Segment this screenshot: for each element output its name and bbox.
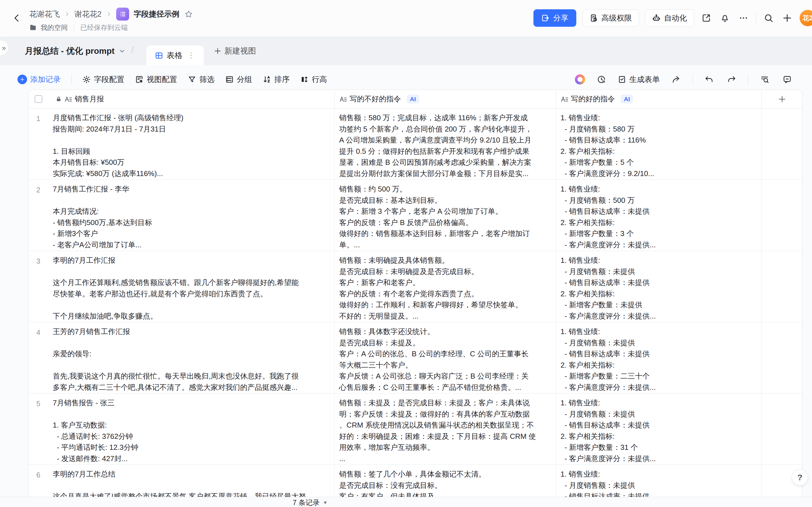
cell-empty	[762, 108, 802, 179]
form-check-icon	[618, 75, 626, 83]
cell-good-prompt[interactable]: 1. 销售业绩: - 月度销售额：580 万 - 销售目标达成率：116% 2.…	[556, 108, 762, 179]
table-row: 1 月度销售工作汇报 - 张明 (高级销售经理) 报告期间: 2024年7月1日…	[29, 108, 802, 180]
back-button[interactable]	[10, 11, 24, 25]
automation-button[interactable]: 自动化	[645, 9, 694, 27]
sort-button[interactable]: 排序	[263, 74, 290, 84]
folder-icon	[29, 24, 37, 31]
cell-good-prompt[interactable]: 1. 销售业绩: - 月度销售额：未提供 - 销售目标达成率：未提供 2. 客户…	[556, 251, 762, 322]
record-count-dropdown[interactable]: 7 条记录 ▼	[293, 498, 327, 507]
new-view-button[interactable]: 新建视图	[214, 37, 256, 65]
column-header-bad-prompt[interactable]: 写的不好的指令 AI	[335, 90, 556, 108]
cell-good-prompt[interactable]: 1. 销售业绩: - 月度销售额：未提供 - 销售目标达成率：未提供 2. 客户…	[556, 393, 762, 464]
data-table: 销售月报 写的不好的指令 AI 写的好的指令 AI 1 月度销售工作汇报 - 张…	[28, 90, 802, 497]
cell-report[interactable]: 李明的7月工作总结 这个月真是太难了!感觉整个市场都不景气,客户都不愿意花钱。我…	[48, 465, 335, 497]
add-record-button[interactable]: 添加记录	[17, 74, 61, 84]
field-config-button[interactable]: 字段配置	[82, 74, 124, 84]
advanced-permission-button[interactable]: 高级权限	[582, 9, 639, 27]
cell-good-prompt[interactable]: 1. 销售业绩: - 月度销售额：500 万 - 销售目标达成率：未提供 2. …	[556, 180, 762, 251]
notifications-button[interactable]	[719, 12, 731, 24]
cell-empty	[762, 180, 802, 251]
cell-bad-prompt[interactable]: 销售额：未提及；是否完成目标：未提及；客户：未具体说 明；客户反馈：未提及；做得…	[335, 393, 556, 464]
row-number[interactable]: 5	[29, 393, 48, 464]
history-button[interactable]	[595, 73, 608, 86]
group-button[interactable]: 分组	[225, 74, 252, 84]
help-button[interactable]: ?	[792, 469, 808, 486]
more-button[interactable]	[737, 12, 750, 24]
cell-report[interactable]: 7月销售报告 - 张三 1. 客户互动数据: - 总通话时长: 3762分钟 -…	[48, 393, 335, 464]
undo-button[interactable]	[703, 73, 715, 86]
grid-view-icon	[155, 51, 163, 60]
avatar[interactable]: 花2	[800, 10, 812, 26]
star-icon[interactable]	[185, 10, 193, 18]
select-all-gutter	[29, 90, 48, 108]
text-field-icon	[64, 95, 72, 103]
cell-bad-prompt[interactable]: 销售额：580 万；完成目标，达成率 116%；新客户开发成 功签约 5 个新客…	[335, 108, 556, 179]
table-header-row: 销售月报 写的不好的指令 AI 写的好的指令 AI	[29, 90, 802, 108]
search-in-view-button[interactable]	[758, 73, 771, 86]
cell-bad-prompt[interactable]: 销售额：签了几个小单，具体金额记不太清。 是否完成目标：没有完成目标。 客户：有…	[335, 465, 556, 497]
breadcrumb-item[interactable]: 花谢花飞	[29, 9, 60, 19]
column-header-report[interactable]: 销售月报	[48, 90, 335, 108]
comment-button[interactable]	[781, 73, 794, 86]
doc-lock-icon	[590, 14, 598, 22]
cell-good-prompt[interactable]: 1. 销售业绩: - 月度销售额：未提供 - 销售目标达成率：未提供	[556, 465, 762, 497]
add-field-button[interactable]	[762, 90, 802, 108]
cell-report[interactable]: 7月销售工作汇报 - 李华 本月完成情况: - 销售额约500万,基本达到目标 …	[48, 180, 335, 251]
search-button[interactable]	[762, 12, 775, 24]
row-number[interactable]: 6	[29, 465, 48, 497]
workspace-label[interactable]: 我的空间	[41, 23, 68, 32]
ai-badge: AI	[407, 95, 419, 103]
ellipsis-icon	[739, 13, 748, 23]
text-field-icon	[560, 95, 568, 103]
view-band: » 月报总结 - 优化 prompt / 表格 ⋮ 新建视图	[0, 37, 812, 65]
cell-bad-prompt[interactable]: 销售额：约 500 万。 是否完成目标：基本达到目标。 客户：新增 3 个客户，…	[335, 180, 556, 251]
cell-good-prompt[interactable]: 1. 销售业绩: - 月度销售额：未提供 - 销售目标达成率：未提供 2. 客户…	[556, 322, 762, 393]
tab-grid-view[interactable]: 表格 ⋮	[146, 45, 204, 65]
doc-meta-row: 我的空间 已经保存到云端	[29, 23, 128, 32]
share-square-icon	[702, 13, 711, 23]
table-row: 6 李明的7月工作总结 这个月真是太难了!感觉整个市场都不景气,客户都不愿意花钱…	[29, 465, 802, 497]
column-header-good-prompt[interactable]: 写的好的指令 AI	[556, 90, 762, 108]
chevron-right-icon	[64, 11, 70, 17]
share-external-icon[interactable]	[700, 12, 712, 24]
expand-sidebar-button[interactable]: »	[0, 40, 8, 56]
row-number[interactable]: 3	[29, 251, 48, 322]
redo-button[interactable]	[725, 73, 738, 86]
divider-slash: /	[132, 45, 134, 55]
toolbar-right: 生成表单	[575, 70, 794, 89]
bitable-doc-icon	[116, 8, 129, 20]
search-icon	[764, 13, 773, 23]
share-window-icon	[541, 14, 550, 22]
gear-icon	[82, 75, 91, 83]
view-more-icon[interactable]: ⋮	[188, 51, 195, 60]
page-title: 字段捷径示例	[134, 9, 179, 19]
row-number[interactable]: 2	[29, 180, 48, 251]
view-config-button[interactable]: 视图配置	[135, 74, 177, 84]
view-selector[interactable]: 月报总结 - 优化 prompt	[25, 37, 126, 65]
forward-button[interactable]	[670, 73, 682, 86]
filter-button[interactable]: 筛选	[188, 74, 214, 84]
cell-report[interactable]: 月度销售工作汇报 - 张明 (高级销售经理) 报告期间: 2024年7月1日 -…	[48, 108, 335, 179]
select-all-checkbox[interactable]	[35, 95, 42, 103]
toolbar: 添加记录 字段配置 视图配置 筛选 分组 排序 行高	[17, 70, 327, 89]
row-number[interactable]: 4	[29, 322, 48, 393]
table-row: 4 王芳的7月销售工作汇报 亲爱的领导: 首先,我要说这个月真的很忙很忙。每天早…	[29, 322, 802, 393]
new-doc-button[interactable]	[781, 12, 794, 24]
row-height-button[interactable]: 行高	[300, 74, 327, 84]
cell-report[interactable]: 李明的7月工作汇报 这个月工作还算顺利,感觉销售额应该不错。跟几个新客户聊得挺好…	[48, 251, 335, 322]
generate-form-button[interactable]: 生成表单	[618, 74, 660, 84]
doc-gear-icon	[135, 75, 144, 83]
table-row: 3 李明的7月工作汇报 这个月工作还算顺利,感觉销售额应该不错。跟几个新客户聊得…	[29, 251, 802, 322]
ai-magic-icon[interactable]	[575, 74, 585, 84]
chevron-right-icon	[106, 11, 112, 17]
cell-report[interactable]: 王芳的7月销售工作汇报 亲爱的领导: 首先,我要说这个月真的很忙很忙。每天早出晚…	[48, 322, 335, 393]
row-number[interactable]: 1	[29, 108, 48, 179]
circle-plus-icon	[17, 75, 27, 84]
breadcrumb-item[interactable]: 谢花花2	[74, 9, 101, 19]
cell-bad-prompt[interactable]: 销售额：未明确提及具体销售额。 是否完成目标：未明确提及是否完成目标。 客户：新…	[335, 251, 556, 322]
share-button[interactable]: 分享	[534, 9, 576, 27]
chevron-left-icon	[12, 13, 22, 23]
cell-bad-prompt[interactable]: 销售额：具体数字还没统计。 是否完成目标：未提及。 客户：A 公司的张总、B 公…	[335, 322, 556, 393]
bell-icon	[720, 13, 730, 23]
redo-icon	[727, 75, 736, 84]
